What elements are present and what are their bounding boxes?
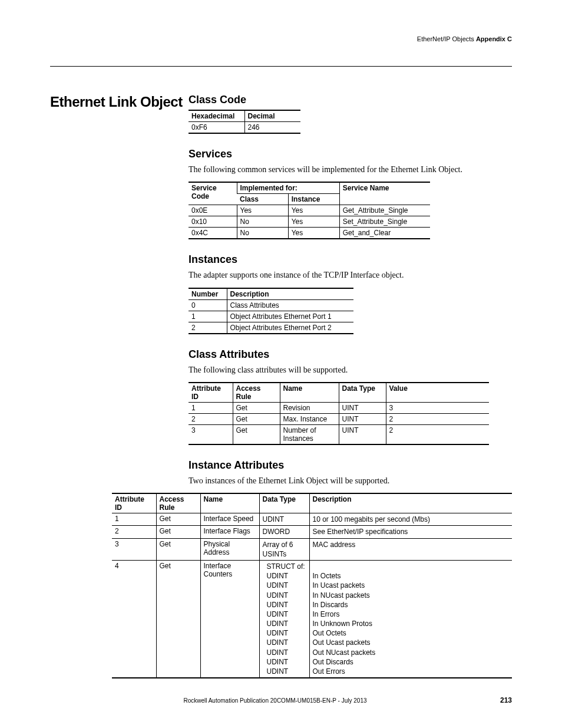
table-row: 2 Get Interface Flags DWORD See EtherNet… — [112, 526, 512, 538]
instances-title: Instances — [189, 253, 512, 266]
table-row: 1 Object Attributes Ethernet Port 1 — [189, 311, 353, 322]
table-row: 0x0E Yes Yes Get_Attribute_Single — [189, 205, 430, 216]
th-hex: Hexadecimal — [189, 110, 244, 122]
services-table: Service Code Implemented for: Service Na… — [189, 182, 430, 239]
class-attrs-intro: The following class attributes will be s… — [189, 364, 512, 376]
table-row: 1 Get Revision UINT 3 — [189, 402, 489, 413]
table-row: 2 Object Attributes Ethernet Port 2 — [189, 322, 353, 334]
th-instance: Instance — [288, 194, 339, 205]
table-row: 3 Get Physical Address Array of 6 USINTs… — [112, 538, 512, 560]
td-hex: 0xF6 — [189, 122, 244, 134]
instances-block: Instances The adapter supports one insta… — [189, 253, 512, 334]
table-row: 0 Class Attributes — [189, 299, 353, 311]
instances-intro: The adapter supports one instance of the… — [189, 269, 512, 281]
td-dec: 246 — [244, 122, 300, 134]
header-rule — [50, 66, 512, 67]
table-row: 2 Get Max. Instance UINT 2 — [189, 413, 489, 424]
table-row: 4 Get Interface Counters STRUCT of: UDIN… — [112, 560, 512, 678]
page-number: 213 — [500, 696, 512, 704]
class-code-block: Class Code Hexadecimal Decimal 0xF6 246 — [189, 94, 512, 134]
inst-attrs-table: Attribute ID Access Rule Name Data Type … — [112, 493, 512, 678]
services-intro: The following common services will be im… — [189, 164, 512, 176]
footer-pub: Rockwell Automation Publication 20COMM-U… — [50, 697, 500, 704]
th-number: Number — [189, 288, 227, 300]
inst-attrs-title: Instance Attributes — [189, 459, 512, 472]
th-class: Class — [237, 194, 288, 205]
th-svc-code: Service Code — [189, 182, 237, 205]
class-code-table: Hexadecimal Decimal 0xF6 246 — [189, 110, 300, 134]
inst-attrs-block: Instance Attributes Two instances of the… — [189, 459, 512, 678]
section-title: Ethernet Link Object — [50, 94, 189, 110]
th-impl-for: Implemented for: — [237, 182, 339, 194]
table-row: 1 Get Interface Speed UDINT 10 or 100 me… — [112, 513, 512, 526]
th-svc-name: Service Name — [339, 182, 430, 205]
header-left: EtherNet/IP Objects — [417, 35, 474, 42]
class-code-title: Class Code — [189, 94, 512, 106]
header-right: Appendix C — [476, 35, 512, 42]
class-attrs-table: Attribute ID Access Rule Name Data Type … — [189, 382, 489, 445]
instances-table: Number Description 0 Class Attributes 1 … — [189, 288, 353, 334]
class-attrs-block: Class Attributes The following class att… — [189, 348, 512, 445]
table-row: 3 Get Number of Instances UINT 2 — [189, 424, 489, 444]
services-title: Services — [189, 148, 512, 160]
class-attrs-title: Class Attributes — [189, 348, 512, 361]
th-dec: Decimal — [244, 110, 300, 122]
services-block: Services The following common services w… — [189, 148, 512, 239]
table-row: 0x4C No Yes Get_and_Clear — [189, 228, 430, 239]
th-desc: Description — [227, 288, 353, 300]
inst-attrs-intro: Two instances of the Ethernet Link Objec… — [189, 475, 512, 487]
running-header: EtherNet/IP Objects Appendix C — [50, 35, 512, 42]
page-footer: Rockwell Automation Publication 20COMM-U… — [50, 696, 512, 704]
table-row: 0x10 No Yes Set_Attribute_Single — [189, 216, 430, 228]
